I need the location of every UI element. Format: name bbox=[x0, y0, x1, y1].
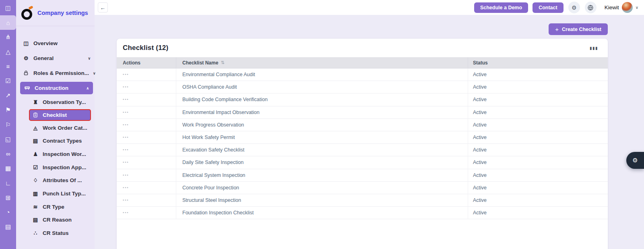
checklist-name-link[interactable]: Structural Steel Inspection bbox=[176, 194, 468, 206]
sidebar-item-label: Construction bbox=[35, 85, 68, 91]
rail-item-binoculars[interactable]: ∞ bbox=[0, 147, 16, 161]
row-actions-button[interactable]: ••• bbox=[123, 135, 129, 139]
sidebar-subitem-checklist[interactable]: Checklist bbox=[29, 109, 91, 121]
row-actions-button[interactable]: ••• bbox=[123, 211, 129, 215]
rail-item-antenna[interactable]: ⋔ bbox=[0, 30, 16, 44]
checklist-name-link[interactable]: Work Progress Observation bbox=[176, 119, 468, 131]
doc-icon: ▤ bbox=[32, 138, 39, 144]
sidebar-subitem-cr-reason[interactable]: ▤CR Reason bbox=[16, 214, 95, 227]
rail-item-building[interactable]: ▦ bbox=[0, 161, 16, 176]
table-row: •••Work Progress ObservationActive bbox=[117, 119, 608, 131]
sidebar-subitem-cr-type[interactable]: ≋CR Type bbox=[16, 200, 95, 214]
sidebar-subitem-punch-list-typ[interactable]: ▥Punch List Typ... bbox=[16, 187, 95, 200]
sidebar-subitem-inspection-wor[interactable]: ♟Inspection Wor... bbox=[16, 147, 95, 161]
rail-item-dashboard[interactable]: ◫ bbox=[0, 1, 16, 15]
status-text: Active bbox=[468, 68, 608, 81]
checklist-name-link[interactable]: Excavation Safety Checklist bbox=[176, 144, 468, 156]
rail-item-calendar[interactable]: ⊞ bbox=[0, 190, 16, 205]
rail-item-flag[interactable]: ⚑ bbox=[0, 103, 16, 117]
status-text: Active bbox=[468, 119, 608, 131]
create-checklist-button[interactable]: + Create Checklist bbox=[549, 23, 608, 35]
checklist-name-link[interactable]: Building Code Compliance Verification bbox=[176, 93, 468, 106]
column-header-checklist-name[interactable]: Checklist Name ⇅ bbox=[176, 57, 468, 68]
row-actions-button[interactable]: ••• bbox=[123, 85, 129, 89]
table-row: •••Excavation Safety ChecklistActive bbox=[117, 144, 608, 156]
sidebar-subitem-contract-types[interactable]: ▤Contract Types bbox=[16, 134, 95, 147]
card-title: Checklist (12) bbox=[123, 44, 168, 52]
rail-item-hierarchy[interactable]: △ bbox=[0, 45, 16, 59]
sidebar-item-roles-permission[interactable]: Roles & Permission...∨ bbox=[16, 66, 95, 81]
table-row: •••Structural Steel InspectionActive bbox=[117, 194, 608, 207]
sort-icon[interactable]: ⇅ bbox=[221, 60, 224, 65]
table-row: •••Hot Work Safety PermitActive bbox=[117, 131, 608, 144]
checklist-name-link[interactable]: Environmental Impact Observation bbox=[176, 106, 468, 118]
status-text: Active bbox=[468, 144, 608, 156]
sidebar-subitem-inspection-app[interactable]: ☑Inspection App... bbox=[16, 161, 95, 174]
row-actions-cell: ••• bbox=[117, 68, 176, 81]
back-button[interactable]: ← bbox=[98, 2, 108, 12]
sidebar-subitem-work-order-cat[interactable]: ◬Work Order Cat... bbox=[16, 121, 95, 135]
contact-button[interactable]: Contact bbox=[533, 2, 564, 13]
floating-settings-button[interactable]: ⚙ bbox=[626, 152, 644, 169]
checklist-name-link[interactable]: Daily Site Safety Inspection bbox=[176, 156, 468, 168]
language-button[interactable] bbox=[585, 2, 597, 13]
checklist-name-link[interactable]: Hot Work Safety Permit bbox=[176, 131, 468, 143]
checklist-name-link[interactable]: Electrical System Inspection bbox=[176, 169, 468, 181]
user-menu[interactable]: Kiewit ∨ bbox=[605, 2, 638, 13]
rail-item-screen[interactable]: ◱ bbox=[0, 132, 16, 147]
checklist-name-link[interactable]: OSHA Compliance Audit bbox=[176, 81, 468, 93]
rail-item-list[interactable]: ≡ bbox=[0, 59, 16, 74]
rail-item-analytics[interactable]: ↗ bbox=[0, 88, 16, 103]
rail-item-home[interactable]: ⌂ bbox=[0, 15, 16, 30]
antenna-icon: ⋔ bbox=[6, 33, 11, 41]
rail-item-levels[interactable]: ∟ bbox=[0, 176, 16, 190]
row-actions-button[interactable]: ••• bbox=[123, 173, 129, 177]
barrier-icon bbox=[24, 85, 31, 91]
sidebar-item-general[interactable]: ⚙General∨ bbox=[16, 51, 95, 66]
layers-icon: ≋ bbox=[32, 204, 39, 210]
rail-item-document[interactable]: ▤ bbox=[0, 220, 16, 234]
rail-item-timer[interactable]: ◔ bbox=[0, 205, 16, 220]
construction-submenu: ♜Observation Ty...Checklist◬Work Order C… bbox=[16, 95, 95, 240]
settings-button[interactable]: ⚙ bbox=[568, 2, 580, 13]
rail-item-tasks[interactable]: ☑ bbox=[0, 74, 16, 88]
table-row: •••Daily Site Safety InspectionActive bbox=[117, 156, 608, 169]
rail-item-signpost[interactable]: ⚐ bbox=[0, 118, 16, 132]
sidebar-item-overview[interactable]: ◫Overview bbox=[16, 36, 95, 51]
sidebar-item-construction[interactable]: Construction∧ bbox=[20, 82, 93, 94]
shapes-icon: ◬ bbox=[32, 125, 39, 131]
schedule-demo-button[interactable]: Schedule a Demo bbox=[474, 2, 528, 13]
tag-icon: ♢ bbox=[32, 177, 39, 183]
row-actions-button[interactable]: ••• bbox=[123, 73, 129, 77]
sidebar-subitem-attributes-of[interactable]: ♢Attributes Of ... bbox=[16, 174, 95, 187]
column-settings-button[interactable]: ▮▮▮ bbox=[590, 46, 598, 50]
row-actions-button[interactable]: ••• bbox=[123, 148, 129, 152]
row-actions-button[interactable]: ••• bbox=[123, 123, 129, 127]
card-header: Checklist (12) ▮▮▮ bbox=[117, 39, 608, 57]
chevron-up-icon: ∧ bbox=[86, 86, 89, 90]
row-actions-button[interactable]: ••• bbox=[123, 110, 129, 114]
column-header-label: Checklist Name bbox=[182, 60, 218, 66]
row-actions-cell: ••• bbox=[117, 194, 176, 206]
binoculars-icon: ∞ bbox=[6, 150, 10, 157]
checklist-name-link[interactable]: Foundation Inspection Checklist bbox=[176, 207, 468, 219]
sidebar-subitem-label: Checklist bbox=[43, 112, 67, 118]
page-title: Company settings bbox=[37, 10, 88, 16]
checklist-name-link[interactable]: Concrete Pour Inspection bbox=[176, 182, 468, 194]
row-actions-button[interactable]: ••• bbox=[123, 98, 129, 102]
status-nodes-icon: ∴ bbox=[32, 230, 39, 236]
sidebar-subitem-observation-ty[interactable]: ♜Observation Ty... bbox=[16, 95, 95, 109]
sidebar-menu: ◫Overview⚙General∨Roles & Permission...∨… bbox=[16, 26, 95, 94]
row-actions-cell: ••• bbox=[117, 169, 176, 181]
timer-icon: ◔ bbox=[6, 209, 10, 216]
home-icon: ⌂ bbox=[6, 19, 10, 26]
row-actions-button[interactable]: ••• bbox=[123, 160, 129, 164]
avatar bbox=[622, 2, 633, 13]
icon-rail: ◫⌂⋔△≡☑↗⚑⚐◱∞▦∟⊞◔▤ bbox=[0, 0, 16, 249]
row-actions-button[interactable]: ••• bbox=[123, 198, 129, 202]
row-actions-button[interactable]: ••• bbox=[123, 186, 129, 190]
overview-grid-icon: ◫ bbox=[23, 40, 29, 46]
checklist-name-link[interactable]: Environmental Compliance Audit bbox=[176, 68, 468, 81]
sidebar-subitem-cr-status[interactable]: ∴CR Status bbox=[16, 226, 95, 240]
doc-lines-icon: ▤ bbox=[32, 217, 39, 223]
